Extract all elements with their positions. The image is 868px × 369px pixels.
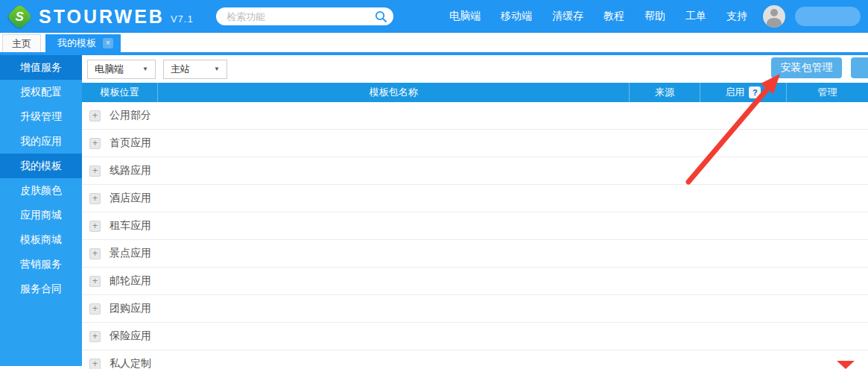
expand-plus-icon[interactable]: + [89, 248, 101, 259]
main-area: 增值服务 授权配置 升级管理 我的应用 我的模板 皮肤颜色 应用商城 模板商城 … [0, 55, 868, 366]
help-icon[interactable]: ? [749, 86, 761, 98]
expand-plus-icon[interactable]: + [89, 276, 101, 287]
expand-plus-icon[interactable]: + [89, 165, 101, 177]
logo-icon: S [7, 3, 33, 29]
row-label: 私人定制 [110, 357, 151, 369]
redacted-username [795, 7, 861, 26]
install-package-button[interactable]: 安装包管理 [771, 57, 842, 78]
sidebar-item-my-apps[interactable]: 我的应用 [0, 129, 82, 154]
column-enable: 启用 ? [700, 83, 786, 102]
row-label: 保险应用 [110, 329, 151, 343]
top-navigation: 电脑端 移动端 清缓存 教程 帮助 工单 支持 [449, 5, 861, 28]
row-label: 租车应用 [110, 219, 151, 233]
table-body: + 公用部分 + 首页应用 + 线路应用 + 酒店应用 + 租车应用 + 景点应… [82, 102, 868, 369]
sidebar-item-upgrade[interactable]: 升级管理 [0, 104, 82, 129]
nav-support[interactable]: 支持 [726, 10, 747, 23]
tab-my-templates[interactable]: 我的模板 × [45, 34, 121, 52]
site-select[interactable]: 主站 ▼ [163, 60, 227, 79]
sidebar: 增值服务 授权配置 升级管理 我的应用 我的模板 皮肤颜色 应用商城 模板商城 … [0, 55, 82, 366]
partial-button-cutoff[interactable] [851, 57, 868, 78]
tab-home[interactable]: 主页 [2, 34, 41, 52]
row-label: 公用部分 [110, 109, 151, 122]
expand-plus-icon[interactable]: + [89, 331, 101, 342]
nav-help[interactable]: 帮助 [644, 10, 665, 23]
nav-clear-cache[interactable]: 清缓存 [552, 10, 583, 23]
row-label: 酒店应用 [110, 192, 151, 205]
expand-plus-icon[interactable]: + [89, 138, 101, 149]
table-row[interactable]: + 租车应用 [82, 212, 868, 240]
sidebar-item-marketing[interactable]: 营销服务 [0, 252, 82, 277]
table-row[interactable]: + 首页应用 [82, 130, 868, 157]
search-icon[interactable] [374, 10, 387, 23]
sidebar-item-app-store[interactable]: 应用商城 [0, 203, 82, 227]
brand-name: STOURWEB [39, 6, 165, 28]
search-input[interactable] [226, 11, 374, 22]
table-row[interactable]: + 线路应用 [82, 157, 868, 185]
nav-pc[interactable]: 电脑端 [449, 10, 481, 23]
user-avatar-icon[interactable] [763, 5, 785, 28]
chevron-down-icon: ▼ [214, 66, 220, 72]
expand-plus-icon[interactable]: + [89, 221, 101, 232]
version-label: V7.1 [171, 13, 194, 25]
site-select-value: 主站 [171, 63, 190, 76]
device-select[interactable]: 电脑端 ▼ [87, 60, 156, 79]
sidebar-item-skin-color[interactable]: 皮肤颜色 [0, 178, 82, 203]
row-label: 首页应用 [110, 136, 151, 150]
device-select-value: 电脑端 [95, 63, 124, 76]
sidebar-item-value-added[interactable]: 增值服务 [0, 55, 82, 80]
nav-tutorial[interactable]: 教程 [604, 10, 624, 23]
column-template-location: 模板位置 [82, 83, 157, 102]
toolbar: 电脑端 ▼ 主站 ▼ 安装包管理 [82, 55, 868, 83]
nav-ticket[interactable]: 工单 [685, 10, 706, 23]
nav-mobile[interactable]: 移动端 [501, 10, 532, 23]
chevron-down-icon: ▼ [142, 66, 148, 72]
row-label: 邮轮应用 [110, 274, 151, 288]
table-row[interactable]: + 私人定制 [82, 350, 868, 369]
column-template-package-name: 模板包名称 [157, 83, 629, 102]
sidebar-item-auth-config[interactable]: 授权配置 [0, 80, 82, 104]
tab-bar: 主页 我的模板 × [0, 33, 868, 55]
table-row[interactable]: + 团购应用 [82, 295, 868, 323]
table-header: 模板位置 模板包名称 来源 启用 ? 管理 [82, 83, 868, 102]
expand-plus-icon[interactable]: + [89, 110, 101, 122]
expand-plus-icon[interactable]: + [89, 193, 101, 204]
row-label: 团购应用 [110, 302, 151, 315]
row-label: 线路应用 [110, 164, 151, 177]
column-manage: 管理 [786, 83, 868, 102]
table-row[interactable]: + 酒店应用 [82, 185, 868, 212]
table-row[interactable]: + 邮轮应用 [82, 268, 868, 295]
column-source: 来源 [629, 83, 700, 102]
tab-label: 我的模板 [57, 35, 96, 51]
table-row[interactable]: + 公用部分 [82, 102, 868, 130]
search-box[interactable] [216, 7, 393, 25]
sidebar-item-my-templates[interactable]: 我的模板 [0, 154, 82, 178]
sidebar-item-template-store[interactable]: 模板商城 [0, 227, 82, 252]
content-panel: 电脑端 ▼ 主站 ▼ 安装包管理 模板位置 模板包名称 来源 启用 ? 管理 +… [82, 55, 868, 366]
expand-plus-icon[interactable]: + [89, 303, 101, 315]
expand-plus-icon[interactable]: + [89, 359, 101, 369]
sidebar-item-service-contract[interactable]: 服务合同 [0, 277, 82, 301]
row-label: 景点应用 [110, 247, 151, 260]
app-header: S STOURWEB V7.1 电脑端 移动端 清缓存 教程 帮助 工单 支持 [0, 0, 868, 33]
close-icon[interactable]: × [103, 38, 113, 48]
table-row[interactable]: + 保险应用 [82, 323, 868, 350]
table-row[interactable]: + 景点应用 [82, 240, 868, 268]
app-logo: S STOURWEB V7.1 [10, 6, 194, 28]
